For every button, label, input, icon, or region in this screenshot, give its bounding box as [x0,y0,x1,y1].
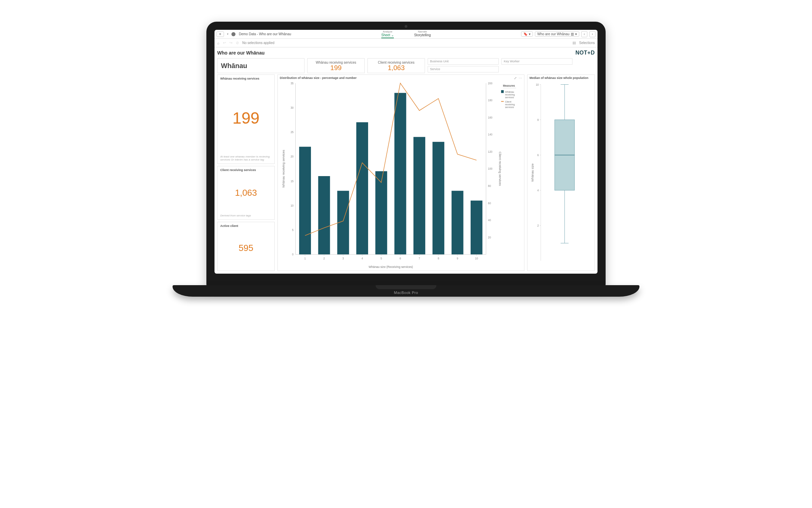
svg-rect-56 [501,90,504,93]
tab-narrate-label: Storytelling [414,33,431,37]
panel-client-receiving[interactable]: Client receiving services 1,063 Derived … [217,166,275,220]
svg-text:9: 9 [457,257,458,260]
svg-text:4: 4 [537,189,539,192]
kpi-whanau-value: 199 [308,64,364,71]
app-icon [231,32,235,36]
next-sheet-button[interactable]: › [589,31,595,37]
panel-active-client[interactable]: Active client 595 [217,222,275,271]
toolbar-right: 🔖 ▾ Who are our Whānau ▥ ▾ ‹ › [521,31,595,37]
app-title: Demo Data - Who are our Whānau [239,32,291,36]
kpi-row: Whānau Whānau receiving services 199 Cli… [217,58,595,73]
svg-text:Whānau size (Receiving service: Whānau size (Receiving services) [369,265,413,268]
laptop-base: MacBook Pro [173,285,639,297]
filter-column-1: Business Unit Service [428,58,499,73]
svg-text:2: 2 [323,257,325,260]
svg-text:2: 2 [537,224,539,227]
hamburger-icon: ≡ [219,32,221,36]
filter-business-unit[interactable]: Business Unit [428,58,499,65]
svg-rect-30 [471,200,482,254]
tab-narrate-sub: Narrate [414,30,431,33]
kpi-client-label: Client receiving services [368,61,425,64]
more-icon[interactable]: ⋯ [519,76,522,80]
kpi-client[interactable]: Client receiving services 1,063 [367,58,425,73]
svg-text:100: 100 [488,167,492,170]
mode-tabs: Analyze Sheet ⌄ Narrate Storytelling [293,30,519,38]
kpi-whanau[interactable]: Whānau receiving services 199 [307,58,365,73]
sheet-selector[interactable]: Who are our Whānau ▥ ▾ [535,31,579,37]
screen: ≡ ▾ Demo Data - Who are our Whānau Analy… [215,30,597,274]
tab-analyze-label: Sheet [381,33,390,37]
panel-title: Client receiving services [220,168,272,172]
fullscreen-icon[interactable]: ⤢ [514,76,517,80]
section-heading: Whānau [217,58,304,73]
svg-text:20: 20 [291,155,294,158]
svg-rect-29 [452,191,464,254]
panel-value: 1,063 [220,172,272,214]
svg-text:3: 3 [342,257,344,260]
app-toolbar: ≡ ▾ Demo Data - Who are our Whānau Analy… [215,30,597,39]
svg-text:120: 120 [488,150,492,153]
no-selections-text: No selections applied [242,41,274,45]
svg-rect-24 [356,122,368,254]
chevron-down-icon: ▾ [529,32,531,36]
svg-text:60: 60 [488,202,491,205]
svg-text:4: 4 [361,257,363,260]
sheets-icon: ▥ [571,32,574,36]
svg-text:40: 40 [488,219,491,222]
distribution-chart[interactable]: Distribution of whānau size - percentage… [277,75,524,271]
chevron-down-icon: ▾ [575,32,577,36]
svg-text:6: 6 [400,257,401,260]
trackpad-notch [376,285,436,289]
filter-service[interactable]: Service [428,66,499,72]
bookmark-button[interactable]: 🔖 ▾ [521,31,533,37]
boxplot-svg: 246810Whānau size [529,80,592,269]
svg-text:8: 8 [438,257,439,260]
chart-title: Distribution of whānau size - percentage… [280,76,522,80]
prev-sheet-button[interactable]: ‹ [581,31,587,37]
svg-text:180: 180 [488,99,492,102]
svg-text:0: 0 [292,253,294,256]
svg-text:Measures: Measures [503,84,515,87]
selections-tool-icon[interactable]: ▤ [572,41,576,45]
smart-search-icon[interactable]: ⌕ [217,41,220,45]
chart-title: Median of whānau size whole population [529,76,592,80]
svg-text:200: 200 [488,82,492,85]
svg-rect-22 [318,176,330,254]
section-heading-text: Whānau [221,62,247,70]
main-grid: Whānau receiving services 199 At least o… [217,75,595,271]
svg-text:10: 10 [536,83,539,86]
svg-text:6: 6 [537,154,539,157]
svg-text:10: 10 [475,257,478,260]
svg-text:Whānau receiving services: Whānau receiving services [282,150,285,188]
left-column: Whānau receiving services 199 At least o… [217,75,275,271]
panel-title: Active client [220,224,272,228]
svg-rect-26 [394,93,406,254]
svg-text:80: 80 [488,185,491,188]
svg-text:25: 25 [291,131,294,134]
selections-label[interactable]: Selections [579,41,595,45]
step-forward-icon[interactable]: ↪ [229,41,232,45]
step-back-icon[interactable]: ↩ [223,41,226,45]
sheet-titlebar: Who are our Whānau NOT+D [217,49,595,57]
panel-whanau-receiving[interactable]: Whānau receiving services 199 At least o… [217,75,275,164]
laptop-frame: ≡ ▾ Demo Data - Who are our Whānau Analy… [173,22,639,297]
chart-tools: ⤢ ⋯ [514,76,522,80]
kpi-client-value: 1,063 [368,64,425,71]
filter-key-worker[interactable]: Key Worker [501,58,572,65]
combo-chart-svg: 0510152025303520406080100120140160180200… [280,80,522,270]
svg-text:Whānau size: Whānau size [531,164,534,182]
svg-rect-28 [432,142,444,254]
boxplot-panel[interactable]: Median of whānau size whole population 2… [527,75,595,271]
svg-text:20: 20 [488,236,491,239]
svg-text:15: 15 [291,179,294,183]
clear-selections-icon[interactable]: ⊘ [236,41,239,45]
filter-column-2: Key Worker [501,58,572,73]
svg-text:Clientreceivingservices: Clientreceivingservices [505,100,515,109]
brand-logo: NOT+D [576,50,595,56]
tab-narrate[interactable]: Narrate Storytelling [414,30,431,38]
menu-button[interactable]: ≡ [217,31,224,37]
tab-analyze[interactable]: Analyze Sheet ⌄ [381,30,394,38]
panel-title: Whānau receiving services [220,77,272,80]
svg-text:30: 30 [291,106,294,109]
menu-caret-icon[interactable]: ▾ [226,33,229,36]
